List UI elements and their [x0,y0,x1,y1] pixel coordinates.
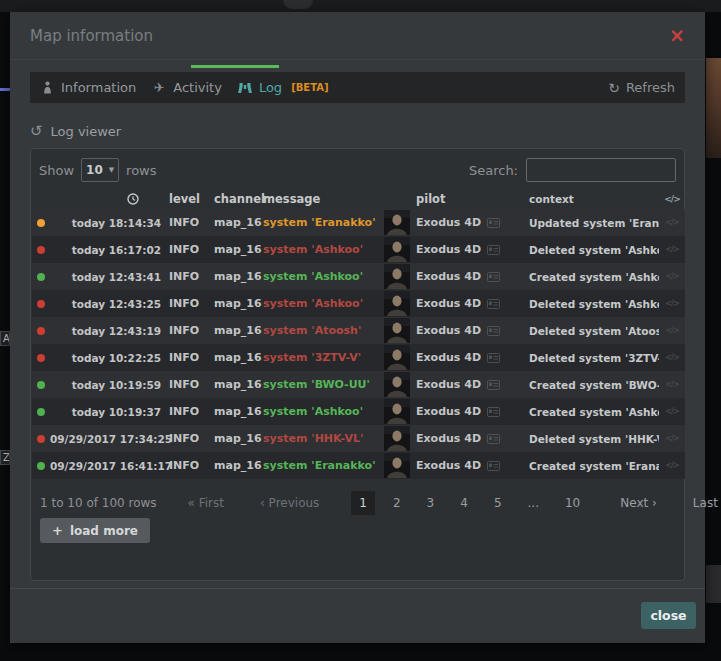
pilot-name: Exodus 4D [416,378,481,391]
clock-icon[interactable] [50,193,161,205]
log-level: INFO [161,297,214,310]
table-row[interactable]: 09/29/2017 16:41:17 INFO map_16 system '… [32,452,685,479]
table-row[interactable]: today 10:19:59 INFO map_16 system 'BWO-U… [32,371,685,398]
table-row[interactable]: 09/29/2017 17:34:25 INFO map_16 system '… [32,425,685,452]
log-time: today 18:14:34 [50,217,161,229]
id-card-icon[interactable] [487,353,500,363]
tab-label: Activity [173,80,222,95]
status-dot [37,246,45,254]
id-card-icon[interactable] [487,326,500,336]
id-card-icon[interactable] [487,380,500,390]
pilot-name: Exodus 4D [416,432,481,445]
code-icon[interactable]: </> [659,461,685,470]
code-icon[interactable]: </> [659,299,685,308]
log-level: INFO [161,243,214,256]
code-icon[interactable]: </> [659,245,685,254]
pagination-info: 1 to 10 of 100 rows [40,496,157,510]
id-card-icon[interactable] [487,461,500,471]
table-row[interactable]: today 10:22:25 INFO map_16 system '3ZTV-… [32,344,685,371]
tab-activity[interactable]: ✈ Activity [152,80,222,95]
log-message: system 'Atoosh' [263,324,384,337]
tab-information[interactable]: Information [40,80,136,95]
page-button[interactable]: 5 [486,491,510,515]
table-row[interactable]: today 10:19:37 INFO map_16 system 'Ashko… [32,398,685,425]
pilot-cell: Exodus 4D [384,264,529,289]
page-button[interactable]: 2 [385,491,409,515]
log-level: INFO [161,432,214,445]
refresh-icon: ↻ [608,80,620,96]
id-card-icon[interactable] [487,272,500,282]
log-channel: map_16 [214,324,263,337]
id-card-icon[interactable] [487,245,500,255]
page-button[interactable]: 1 [351,491,375,515]
background-portrait-fragment [706,58,721,158]
header-pilot[interactable]: pilot [384,192,529,206]
code-icon[interactable]: </> [659,407,685,416]
status-cell [32,219,50,227]
pilot-avatar [384,399,410,424]
close-icon[interactable]: × [669,26,685,45]
log-context: Updated system 'Eranakk... [529,217,659,229]
refresh-button[interactable]: ↻ Refresh [608,80,675,96]
close-button[interactable]: close [641,602,696,629]
status-cell [32,408,50,416]
id-card-icon[interactable] [487,218,500,228]
code-icon[interactable]: </> [659,326,685,335]
table-row[interactable]: today 12:43:19 INFO map_16 system 'Atoos… [32,317,685,344]
log-level: INFO [161,351,214,364]
id-card-icon[interactable] [487,299,500,309]
pilot-cell: Exodus 4D [384,372,529,397]
search-input[interactable] [526,158,676,182]
id-card-icon[interactable] [487,407,500,417]
table-row[interactable]: today 18:14:34 INFO map_16 system 'Erana… [32,209,685,236]
code-icon[interactable]: </> [659,272,685,281]
last-page-button[interactable]: Last » [684,491,721,515]
status-dot [37,273,45,281]
log-context: Deleted system 'Ashkoo' ... [529,298,659,310]
pilot-name: Exodus 4D [416,324,481,337]
background-map-label: Z_ [0,450,10,465]
pilot-avatar [384,210,410,235]
log-time: today 16:17:02 [50,244,161,256]
load-more-label: load more [70,524,138,538]
log-context: Created system 'Eranakko... [529,460,659,472]
status-cell [32,300,50,308]
log-channel: map_16 [214,378,263,391]
status-dot [37,381,45,389]
next-page-button[interactable]: Next › [611,491,666,515]
person-icon [40,81,54,94]
code-icon[interactable]: </> [659,353,685,362]
table-row[interactable]: today 12:43:25 INFO map_16 system 'Ashko… [32,290,685,317]
dialog-title: Map information [30,27,153,45]
map-information-dialog: Map information × Information ✈ Activity… [10,12,705,643]
previous-page-button[interactable]: ‹ Previous [251,491,328,515]
pagination-pages: « First ‹ Previous 12345...10 Next › Las… [179,491,721,515]
page-button[interactable]: 10 [557,491,588,515]
active-tab-indicator [191,65,279,68]
code-icon[interactable]: </> [659,434,685,443]
status-cell [32,246,50,254]
load-more-button[interactable]: + load more [40,518,150,543]
code-icon[interactable]: </> [659,218,685,227]
page-button[interactable]: 3 [419,491,443,515]
status-dot [37,408,45,416]
header-context[interactable]: context [529,193,659,205]
code-icon[interactable]: </> [659,380,685,389]
tab-log[interactable]: Log [BETA] [238,80,329,95]
table-row[interactable]: today 16:17:02 INFO map_16 system 'Ashko… [32,236,685,263]
header-level[interactable]: level [161,192,214,206]
log-channel: map_16 [214,432,263,445]
dialog-footer: close [10,588,705,643]
header-channel[interactable]: channel [214,192,263,206]
id-card-icon[interactable] [487,434,500,444]
page-button[interactable]: 4 [452,491,476,515]
table-row[interactable]: today 12:43:41 INFO map_16 system 'Ashko… [32,263,685,290]
pilot-cell: Exodus 4D [384,210,529,235]
log-level: INFO [161,378,214,391]
pilot-avatar [384,372,410,397]
pilot-avatar [384,237,410,262]
log-message: system 'HHK-VL' [263,432,384,445]
page-size-select[interactable]: 10 ▼ [81,158,119,182]
header-message[interactable]: message [263,192,384,206]
first-page-button[interactable]: « First [179,491,233,515]
